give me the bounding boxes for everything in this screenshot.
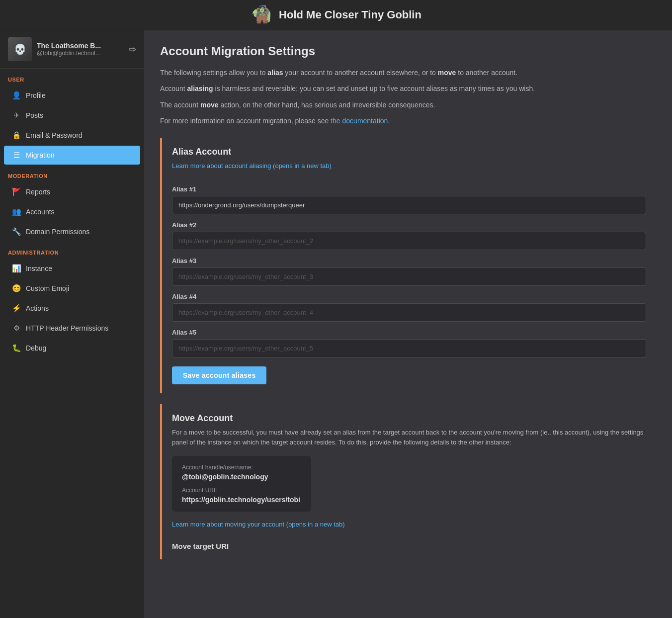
- content-area: Account Migration Settings The following…: [144, 30, 672, 618]
- sidebar-item-profile[interactable]: 👤 Profile: [4, 86, 140, 105]
- sidebar-item-reports[interactable]: 🚩 Reports: [4, 182, 140, 201]
- sidebar-label-debug: Debug: [26, 344, 46, 352]
- app-title: Hold Me Closer Tiny Goblin: [279, 8, 421, 21]
- alias-label-3: Alias #3: [172, 257, 646, 265]
- sidebar-label-instance: Instance: [26, 265, 52, 272]
- sidebar-item-custom-emoji[interactable]: 😊 Custom Emoji: [4, 279, 140, 298]
- alias-label-5: Alias #5: [172, 329, 646, 336]
- sidebar-item-accounts[interactable]: 👥 Accounts: [4, 202, 140, 221]
- debug-icon: 🐛: [12, 344, 21, 353]
- sidebar-section-moderation: MODERATION: [0, 165, 144, 182]
- sidebar-label-http-header-permissions: HTTP Header Permissions: [26, 324, 108, 332]
- lock-icon: 🔒: [12, 131, 21, 140]
- sidebar-section-user: USER: [0, 69, 144, 86]
- sidebar-label-migration: Migration: [26, 151, 55, 159]
- account-handle-value: @tobi@goblin.technology: [182, 473, 301, 481]
- app-icon: 🧌: [251, 6, 273, 24]
- sidebar-item-email-password[interactable]: 🔒 Email & Password: [4, 126, 140, 145]
- actions-icon: ⚡: [12, 304, 21, 313]
- user-info: The Loathsome B... @tobi@goblin.technol.…: [37, 42, 124, 57]
- accounts-icon: 👥: [12, 207, 21, 216]
- save-aliases-button[interactable]: Save account aliases: [172, 366, 266, 384]
- alias-input-3[interactable]: [172, 267, 646, 286]
- sidebar-label-email-password: Email & Password: [26, 131, 83, 139]
- sidebar-item-domain-permissions[interactable]: 🔧 Domain Permissions: [4, 222, 140, 241]
- intro-line-2: Account aliasing is harmless and reversi…: [160, 83, 656, 94]
- alias-input-4[interactable]: [172, 303, 646, 322]
- sidebar-label-posts: Posts: [26, 111, 43, 119]
- user-handle: @tobi@goblin.technol...: [37, 50, 124, 57]
- alias-label-4: Alias #4: [172, 293, 646, 300]
- sidebar-section-administration: ADMINISTRATION: [0, 242, 144, 259]
- alias-label-1: Alias #1: [172, 185, 646, 193]
- sidebar: 💀 The Loathsome B... @tobi@goblin.techno…: [0, 30, 144, 618]
- move-section-title: Move Account: [172, 413, 646, 424]
- sidebar-item-migration[interactable]: ☰ Migration: [4, 146, 140, 165]
- migration-icon: ☰: [12, 151, 21, 160]
- alias-account-section: Alias Account Learn more about account a…: [160, 138, 656, 393]
- alias-input-5[interactable]: [172, 339, 646, 357]
- avatar-image: 💀: [8, 37, 32, 61]
- page-title: Account Migration Settings: [160, 44, 656, 58]
- account-uri-label: Account URI:: [182, 487, 301, 494]
- alias-learn-more-link[interactable]: Learn more about account aliasing (opens…: [172, 162, 332, 170]
- sidebar-label-accounts: Accounts: [26, 208, 55, 216]
- alias-section-title: Alias Account: [172, 147, 646, 157]
- avatar: 💀: [8, 37, 32, 61]
- user-name: The Loathsome B...: [37, 42, 124, 50]
- sidebar-label-profile: Profile: [26, 91, 46, 99]
- instance-icon: 📊: [12, 264, 21, 273]
- posts-icon: ✈: [12, 111, 21, 120]
- sidebar-item-actions[interactable]: ⚡ Actions: [4, 299, 140, 318]
- sidebar-label-actions: Actions: [26, 304, 49, 312]
- sidebar-item-http-header-permissions[interactable]: ⚙ HTTP Header Permissions: [4, 319, 140, 338]
- reports-icon: 🚩: [12, 187, 21, 196]
- sidebar-item-instance[interactable]: 📊 Instance: [4, 259, 140, 278]
- sidebar-item-posts[interactable]: ✈ Posts: [4, 106, 140, 125]
- sidebar-item-debug[interactable]: 🐛 Debug: [4, 339, 140, 357]
- logout-icon[interactable]: ⇨: [129, 44, 136, 55]
- intro-line-3: The account move action, on the other ha…: [160, 99, 656, 110]
- app-header: 🧌 Hold Me Closer Tiny Goblin: [0, 0, 672, 30]
- account-uri-value: https://goblin.technology/users/tobi: [182, 496, 301, 504]
- sidebar-label-domain-permissions: Domain Permissions: [26, 228, 89, 236]
- main-layout: 💀 The Loathsome B... @tobi@goblin.techno…: [0, 30, 672, 618]
- header-icon: ⚙: [12, 324, 21, 333]
- intro-line-1: The following settings allow you to alia…: [160, 67, 656, 78]
- documentation-link[interactable]: the documentation: [331, 117, 388, 125]
- account-handle-label: Account handle/username:: [182, 464, 301, 471]
- account-info-box: Account handle/username: @tobi@goblin.te…: [172, 456, 311, 512]
- sidebar-label-custom-emoji: Custom Emoji: [26, 284, 69, 292]
- profile-icon: 👤: [12, 91, 21, 100]
- alias-label-2: Alias #2: [172, 221, 646, 229]
- alias-input-2[interactable]: [172, 232, 646, 250]
- move-target-label: Move target URI: [172, 542, 646, 550]
- alias-input-1[interactable]: [172, 196, 646, 214]
- sidebar-label-reports: Reports: [26, 188, 50, 196]
- move-learn-more-link[interactable]: Learn more about moving your account (op…: [172, 521, 345, 528]
- alias-fields: Alias #1Alias #2Alias #3Alias #4Alias #5: [172, 185, 646, 357]
- user-profile: 💀 The Loathsome B... @tobi@goblin.techno…: [0, 30, 144, 69]
- move-account-section: Move Account For a move to be successful…: [160, 404, 656, 560]
- emoji-icon: 😊: [12, 284, 21, 293]
- move-account-description: For a move to be successful, you must ha…: [172, 428, 646, 448]
- intro-line-4: For more information on account migratio…: [160, 115, 656, 126]
- domain-icon: 🔧: [12, 227, 21, 236]
